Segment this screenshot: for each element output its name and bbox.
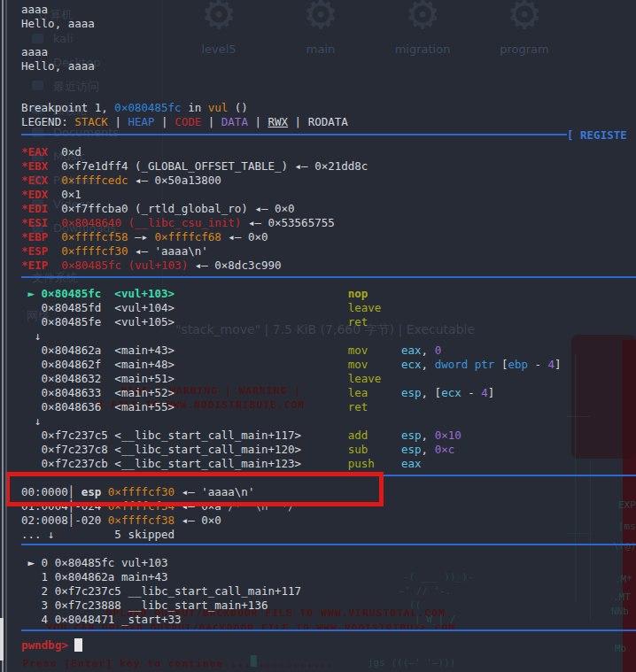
program-output-line: Hello, aaaa — [21, 59, 95, 73]
register-row: *EAX 0×d — [21, 145, 81, 159]
register-row: *EDX 0×1 — [21, 188, 81, 202]
text-segment: 0×ffffcf38 — [108, 514, 175, 527]
text-segment: 0 — [435, 344, 442, 357]
register-name: *EBP — [21, 230, 48, 243]
instruction-address: 0×8048632 <main+51> — [21, 372, 348, 385]
instruction-address: 0×804862a <main+43> — [21, 344, 348, 357]
text-segment: 0×80485fc (vul+103) — [61, 259, 188, 272]
text-segment: ecx — [441, 386, 461, 399]
section-separator — [21, 134, 567, 135]
text-segment: esp — [401, 429, 422, 442]
text-segment: , — [422, 429, 435, 442]
instruction-address: 0×f7c237c5 <__libc_start_call_main+117> — [21, 429, 348, 442]
text-segment: RWX — [268, 115, 289, 128]
text-segment: in — [182, 101, 208, 114]
backtrace-row: 1 0×804862a main+43 — [21, 570, 168, 584]
text-segment: , [ — [422, 386, 442, 399]
register-name: *ECX — [21, 174, 48, 187]
instruction-address: 0×80485fd <vul+104> — [21, 301, 348, 314]
window-edge-line — [2, 0, 4, 672]
text-segment: esp — [401, 443, 422, 456]
text-segment: [ REGISTE — [567, 128, 627, 142]
backtrace-row: ► 0 0×80485fc vul+103 — [21, 556, 168, 570]
text-segment — [48, 216, 61, 229]
window-edge-line — [5, 0, 7, 672]
text-segment: 4 — [548, 358, 555, 371]
instruction-address: 0×80485fe <vul+105> — [21, 315, 348, 328]
breakpoint-line: Breakpoint 1, 0×080485fc in vul () — [21, 101, 248, 115]
prompt-label: pwndbg> — [21, 638, 74, 652]
text-segment: dword ptr — [435, 358, 501, 371]
register-row: *EBX 0×f7e1dff4 (_GLOBAL_OFFSET_TABLE_) … — [21, 159, 368, 174]
disasm-row: 0×80485fe <vul+105> ret — [21, 315, 401, 329]
text-segment: | RODATA — [288, 115, 348, 128]
text-segment: ecx — [401, 358, 422, 371]
disasm-row: 0×804862a <main+43> mov eax, 0 — [21, 344, 441, 358]
instruction-address: 0×f7c237cb <__libc_start_call_main+123> — [21, 457, 348, 470]
backtrace-row: 3 0×f7c23888 __libc_start_main+136 — [21, 599, 268, 613]
section-separator — [21, 544, 636, 545]
flow-arrow: ↓ — [21, 329, 42, 343]
text-segment: 0×10 — [435, 429, 461, 442]
text-segment: 0×1 — [61, 188, 81, 201]
mnemonic: lea — [348, 386, 401, 399]
section-separator — [21, 630, 636, 631]
program-output-line: Hello, aaaa — [21, 17, 95, 31]
text-segment: ... ↓ 5 skipped — [21, 528, 175, 541]
register-row: *EIP 0×80485fc (vul+103) ◂— 0×8dc3c990 — [21, 259, 282, 273]
text-segment: - — [461, 386, 482, 399]
text-segment: , — [422, 358, 435, 371]
text-segment: 0×ffffcf58 — [61, 230, 128, 243]
disasm-row: 0×f7c237c5 <__libc_start_call_main+117> … — [21, 429, 461, 443]
instruction-address: 0×804862f <main+48> — [21, 358, 348, 371]
text-segment: ebp — [508, 358, 528, 371]
text-segment — [48, 145, 61, 158]
text-segment: esp — [401, 386, 422, 399]
text-segment: ◂— 0×50a13800 — [128, 174, 221, 187]
disasm-row: 0×804862f <main+48> mov ecx, dword ptr [… — [21, 358, 562, 372]
text-segment: Hello, aaaa — [21, 17, 95, 30]
prompt-line[interactable]: pwndbg> — [21, 638, 82, 653]
instruction-address: ► 0×80485fc <vul+103> — [21, 287, 348, 300]
text-segment: 0×ffffcf68 — [155, 230, 221, 243]
text-segment: ► 0 0×80485fc vul+103 — [21, 556, 168, 569]
text-segment — [48, 188, 61, 201]
register-name: *ESI — [21, 216, 48, 229]
instruction-address: 0×8048633 <main+52> — [21, 386, 348, 399]
text-segment: STACK — [74, 115, 108, 128]
text-segment — [48, 159, 61, 173]
disasm-row: ► 0×80485fc <vul+103> nop — [21, 287, 401, 301]
text-segment: CODE — [175, 115, 201, 128]
terminal-cursor[interactable] — [74, 638, 82, 652]
text-segment: Hello, aaaa — [21, 59, 95, 73]
text-segment — [48, 174, 61, 187]
text-segment: 0×c — [435, 443, 455, 456]
register-name: *ESP — [21, 244, 48, 258]
disasm-row: 0×f7c237c8 <__libc_start_call_main+120> … — [21, 443, 454, 457]
disasm-row: ↓ — [21, 414, 42, 429]
register-name: *EBX — [21, 159, 48, 173]
text-segment: —▸ — [128, 230, 154, 243]
mnemonic: mov — [348, 358, 401, 371]
text-segment: , — [422, 344, 435, 357]
text-segment: 0×f7ffcba0 (_rtld_global_ro) ◂— 0×0 — [61, 202, 294, 215]
annotation-highlight-box — [5, 472, 384, 506]
instruction-address: 0×f7c237c8 <__libc_start_call_main+120> — [21, 443, 348, 456]
text-segment: aaaa — [21, 3, 48, 16]
text-segment — [48, 202, 61, 215]
disasm-row: 0×f7c237cb <__libc_start_call_main+123> … — [21, 457, 422, 471]
mnemonic: push — [348, 457, 401, 470]
text-segment: ] — [488, 386, 495, 399]
terminal[interactable]: aaaaHello, aaaaaaaaHello, aaaaBreakpoint… — [0, 0, 636, 672]
window-edge-line — [0, 618, 4, 660]
text-segment — [48, 259, 61, 272]
register-row: *EBP 0×ffffcf58 —▸ 0×ffffcf68 ◂— 0×0 — [21, 230, 268, 244]
text-segment: 3 0×f7c23888 __libc_start_main+136 — [21, 599, 268, 612]
text-segment: 4 — [481, 386, 488, 399]
text-segment: HEAP — [128, 115, 154, 128]
backtrace-row: 4 0×8048471 _start+33 — [21, 613, 182, 627]
program-output-line: aaaa — [21, 3, 48, 17]
text-segment: ◂— 0×0 — [175, 514, 221, 527]
mnemonic: ret — [348, 315, 401, 328]
text-segment — [48, 230, 61, 243]
